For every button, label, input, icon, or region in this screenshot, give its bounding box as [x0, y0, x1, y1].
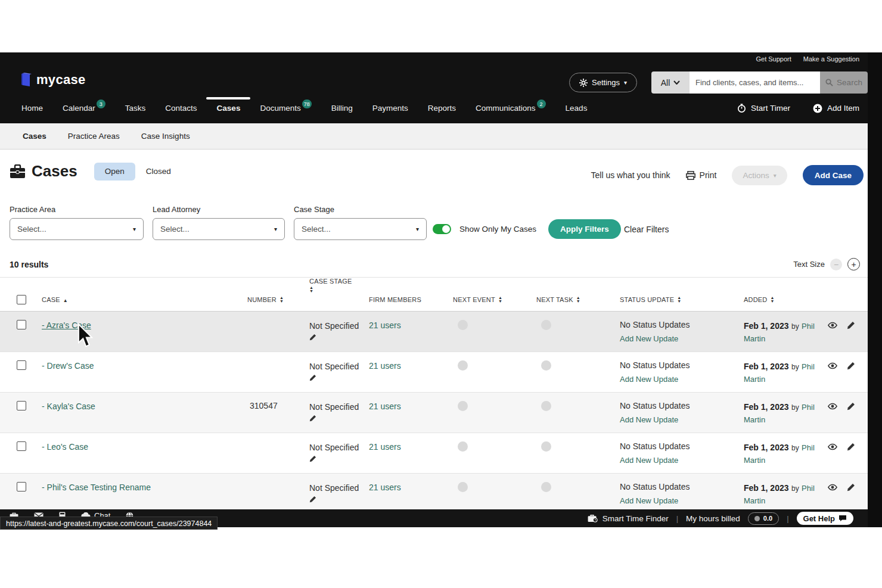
table-row: - Drew's Case Not Specified 21 users No … [0, 352, 868, 393]
edit-row-pencil-icon[interactable] [847, 402, 855, 410]
mycase-logo[interactable]: mycase [21, 72, 86, 88]
nav-item-communications[interactable]: Communications2 [476, 104, 546, 113]
case-stage-cell: Not Specified [309, 482, 359, 506]
nav-label: Tasks [125, 104, 146, 113]
apply-filters-button[interactable]: Apply Filters [548, 219, 621, 239]
subnav-tab-practice-areas[interactable]: Practice Areas [68, 132, 120, 141]
firm-members-link[interactable]: 21 users [369, 402, 401, 411]
row-checkbox[interactable] [17, 320, 26, 329]
firm-members-link[interactable]: 21 users [369, 361, 401, 371]
add-new-update-link[interactable]: Add New Update [620, 334, 744, 343]
status-url-tooltip: https://latest-and-greatest.mycase.com/c… [0, 517, 218, 530]
closed-filter-button[interactable]: Closed [146, 167, 171, 176]
nav-item-calendar[interactable]: Calendar3 [63, 104, 105, 113]
edit-stage-pencil-icon[interactable] [309, 496, 316, 503]
case-stage-select[interactable]: Select... ▾ [294, 218, 427, 240]
case-link[interactable]: - Phil's Case Testing Rename [42, 483, 151, 492]
row-checkbox[interactable] [17, 482, 26, 491]
select-placeholder: Select... [17, 225, 46, 234]
settings-button[interactable]: Settings ▾ [569, 73, 637, 92]
header-case-stage[interactable]: CASE STAGE▲▼ [309, 278, 369, 311]
quick-view-eye-icon[interactable] [827, 483, 838, 491]
header-number[interactable]: NUMBER▲▼ [247, 278, 309, 311]
nav-item-leads[interactable]: Leads [566, 104, 588, 113]
nav-label: Documents [260, 104, 300, 113]
feedback-link[interactable]: Tell us what you think [591, 170, 670, 180]
quick-view-eye-icon[interactable] [827, 321, 838, 329]
edit-stage-pencil-icon[interactable] [309, 374, 316, 381]
text-size-decrease-button[interactable]: − [830, 259, 842, 270]
nav-label: Contacts [165, 104, 197, 113]
hours-billed-pill[interactable]: 0.0 [748, 512, 779, 525]
row-checkbox[interactable] [17, 401, 26, 410]
clear-filters-link[interactable]: Clear Filters [624, 225, 669, 234]
nav-item-billing[interactable]: Billing [331, 104, 353, 113]
smart-time-finder-button[interactable]: Smart Time Finder [588, 514, 669, 523]
firm-members-link[interactable]: 21 users [369, 321, 401, 330]
add-new-update-link[interactable]: Add New Update [620, 415, 744, 424]
practice-area-select[interactable]: Select... ▾ [10, 218, 144, 240]
chevron-down-icon: ▾ [133, 226, 136, 232]
actions-button[interactable]: Actions ▾ [732, 166, 787, 185]
select-all-checkbox[interactable] [17, 295, 26, 304]
sort-icon: ▲▼ [498, 296, 502, 303]
quick-view-eye-icon[interactable] [827, 362, 838, 370]
page-title: Cases [32, 162, 77, 181]
edit-stage-pencil-icon[interactable] [309, 334, 316, 341]
text-size-increase-button[interactable]: + [847, 258, 860, 270]
header-next-event[interactable]: NEXT EVENT▲▼ [453, 278, 536, 311]
case-link[interactable]: - Azra's Case [42, 321, 91, 330]
quick-view-eye-icon[interactable] [827, 443, 838, 451]
header-firm-members[interactable]: FIRM MEMBERS [369, 278, 453, 311]
get-help-button[interactable]: Get Help [797, 512, 853, 525]
add-new-update-link[interactable]: Add New Update [620, 456, 744, 465]
open-filter-button[interactable]: Open [94, 163, 135, 181]
search-button[interactable]: Search [820, 71, 868, 94]
nav-item-reports[interactable]: Reports [428, 104, 456, 113]
practice-area-label: Practice Area [10, 205, 144, 214]
make-suggestion-link[interactable]: Make a Suggestion [803, 55, 859, 63]
row-checkbox[interactable] [17, 360, 26, 370]
edit-row-pencil-icon[interactable] [847, 483, 855, 491]
edit-stage-pencil-icon[interactable] [309, 415, 316, 422]
case-stage-cell: Not Specified [309, 441, 359, 465]
case-link[interactable]: - Kayla's Case [42, 402, 95, 411]
plus-circle-icon [813, 104, 822, 113]
search-icon [825, 79, 833, 86]
header-case[interactable]: CASE▲ [42, 278, 247, 311]
add-new-update-link[interactable]: Add New Update [620, 496, 744, 505]
nav-item-documents[interactable]: Documents78 [260, 104, 311, 113]
nav-item-contacts[interactable]: Contacts [165, 104, 197, 113]
show-only-my-cases-toggle[interactable] [433, 224, 451, 234]
edit-stage-pencil-icon[interactable] [309, 455, 316, 462]
nav-item-home[interactable]: Home [21, 104, 43, 113]
nav-item-cases[interactable]: Cases [217, 104, 241, 113]
header-status-update[interactable]: STATUS UPDATE▲▼ [620, 278, 744, 311]
subnav-tab-case-insights[interactable]: Case Insights [141, 132, 190, 141]
edit-row-pencil-icon[interactable] [847, 362, 855, 370]
nav-item-payments[interactable]: Payments [372, 104, 408, 113]
firm-members-link[interactable]: 21 users [369, 483, 401, 492]
row-checkbox[interactable] [17, 441, 26, 451]
firm-members-link[interactable]: 21 users [369, 442, 401, 452]
gear-icon [579, 79, 588, 87]
get-support-link[interactable]: Get Support [756, 55, 791, 63]
table-row: - Kayla's Case 310547 Not Specified 21 u… [0, 393, 868, 433]
print-button[interactable]: Print [686, 170, 717, 180]
case-link[interactable]: - Leo's Case [42, 442, 88, 452]
quick-view-eye-icon[interactable] [827, 402, 838, 410]
search-input[interactable]: Find clients, cases, and items... [690, 71, 820, 94]
search-scope-select[interactable]: All [651, 71, 690, 94]
nav-item-tasks[interactable]: Tasks [125, 104, 146, 113]
header-next-task[interactable]: NEXT TASK▲▼ [536, 278, 620, 311]
edit-row-pencil-icon[interactable] [847, 321, 855, 329]
subnav-tab-cases[interactable]: Cases [23, 132, 46, 141]
lead-attorney-select[interactable]: Select... ▾ [153, 218, 285, 240]
case-link[interactable]: - Drew's Case [42, 361, 94, 371]
start-timer-button[interactable]: Start Timer [737, 104, 790, 113]
add-case-button[interactable]: Add Case [803, 165, 864, 185]
header-added[interactable]: ADDED▲▼ [744, 278, 827, 311]
add-item-button[interactable]: Add Item [813, 104, 859, 113]
add-new-update-link[interactable]: Add New Update [620, 375, 744, 384]
edit-row-pencil-icon[interactable] [847, 443, 855, 451]
